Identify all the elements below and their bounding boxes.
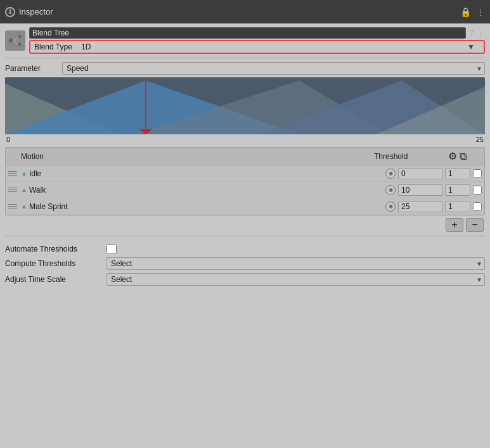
blend-type-value: 1D bbox=[81, 42, 467, 51]
scale-max: 25 bbox=[476, 136, 484, 143]
parameter-label: Parameter bbox=[5, 64, 62, 73]
adjust-time-scale-row: Adjust Time Scale Select Homogeneous Spe… bbox=[5, 273, 485, 286]
motion-picker-button[interactable]: ◉ bbox=[385, 185, 396, 195]
adjust-time-scale-select-wrapper: Select Homogeneous Speed ▼ bbox=[106, 273, 485, 286]
parameter-select[interactable]: Speed bbox=[62, 62, 485, 75]
compute-thresholds-select-wrapper: Select Average Velocity Root Transform S… bbox=[106, 257, 485, 270]
help-button[interactable]: ? bbox=[468, 29, 474, 37]
inspector-window: ℹ Inspector 🔒 ⋮ bbox=[0, 0, 490, 448]
motion-picker-button[interactable]: ◉ bbox=[385, 169, 396, 179]
table-row: ▲ Walk ◉ bbox=[6, 182, 484, 198]
motion-name-cell: ▲ Idle bbox=[21, 169, 385, 178]
drag-handle[interactable] bbox=[8, 204, 21, 208]
add-motion-button[interactable]: + bbox=[446, 218, 463, 232]
bottom-section: Automate Thresholds Compute Thresholds S… bbox=[5, 240, 485, 293]
col-motion-header: Motion bbox=[21, 152, 361, 161]
adjust-time-scale-select[interactable]: Select Homogeneous Speed bbox=[106, 273, 485, 286]
compute-thresholds-row: Compute Thresholds Select Average Veloci… bbox=[5, 257, 485, 270]
speed-input[interactable] bbox=[445, 168, 470, 179]
col-threshold-header: Threshold bbox=[371, 152, 429, 161]
blend-type-label: Blend Type bbox=[34, 42, 79, 51]
svg-line-3 bbox=[13, 37, 18, 41]
drag-line-3 bbox=[8, 175, 17, 176]
drag-line-1 bbox=[8, 204, 17, 205]
blend-tree-block: ? ⋮ Blend Type 1D ▼ bbox=[29, 27, 485, 54]
threshold-input[interactable] bbox=[398, 184, 442, 196]
compute-thresholds-select[interactable]: Select Average Velocity Root Transform S… bbox=[106, 257, 485, 270]
motion-name-cell: ▲ Walk bbox=[21, 186, 385, 195]
speed-input[interactable] bbox=[445, 184, 470, 196]
speed-input[interactable] bbox=[445, 201, 470, 212]
scale-min: 0 bbox=[6, 136, 10, 143]
blend-tree-section: ? ⋮ Blend Type 1D ▼ bbox=[5, 27, 485, 54]
drag-line-3 bbox=[8, 191, 17, 192]
threshold-input[interactable] bbox=[398, 201, 442, 212]
scale-row: 0 25 bbox=[5, 136, 485, 143]
parameter-row: Parameter Speed ▼ bbox=[5, 62, 485, 75]
blend-type-row: Blend Type 1D ▼ bbox=[29, 40, 485, 54]
speed-automate-icon[interactable]: ⚙ bbox=[448, 150, 457, 162]
automate-thresholds-row: Automate Thresholds bbox=[5, 244, 485, 254]
row-checkbox[interactable] bbox=[473, 169, 482, 178]
blend-graph[interactable] bbox=[5, 77, 485, 134]
motion-name: Idle bbox=[29, 169, 385, 178]
row-checkbox[interactable] bbox=[473, 202, 482, 211]
divider-2 bbox=[5, 236, 485, 236]
motion-table-header: Motion Threshold ⚙ ⧉ bbox=[6, 148, 484, 165]
drag-handle[interactable] bbox=[8, 171, 21, 176]
header-title: Inspector bbox=[19, 7, 456, 16]
table-row: ▲ Male Sprint ◉ bbox=[6, 198, 484, 215]
motion-name-cell: ▲ Male Sprint bbox=[21, 202, 385, 211]
drag-line-2 bbox=[8, 173, 17, 174]
drag-line-1 bbox=[8, 171, 17, 172]
drag-line-2 bbox=[8, 189, 17, 190]
animation-icon: ▲ bbox=[21, 186, 27, 193]
remove-motion-button[interactable]: − bbox=[466, 218, 484, 232]
drag-line-3 bbox=[8, 208, 17, 208]
divider-1 bbox=[5, 58, 485, 58]
add-remove-row: + − bbox=[5, 218, 485, 232]
automate-thresholds-checkbox[interactable] bbox=[106, 244, 117, 254]
table-row: ▲ Idle ◉ bbox=[6, 165, 484, 182]
animation-icon: ▲ bbox=[21, 203, 27, 210]
blend-type-dropdown-arrow[interactable]: ▼ bbox=[467, 42, 475, 51]
content-area: ? ⋮ Blend Type 1D ▼ Parameter Speed bbox=[0, 23, 490, 297]
info-icon: ℹ bbox=[5, 7, 15, 17]
col-actions-header: ⚙ ⧉ bbox=[429, 150, 467, 162]
parameter-select-wrapper: Speed ▼ bbox=[62, 62, 485, 75]
row-checkbox[interactable] bbox=[473, 186, 482, 195]
blend-tree-name-input[interactable] bbox=[29, 27, 466, 39]
mirror-icon[interactable]: ⧉ bbox=[460, 151, 467, 162]
svg-line-4 bbox=[13, 41, 18, 44]
motion-name: Walk bbox=[29, 186, 385, 195]
automate-thresholds-label: Automate Thresholds bbox=[5, 245, 106, 253]
lock-icon[interactable]: 🔒 bbox=[460, 7, 471, 17]
animation-icon: ▲ bbox=[21, 170, 27, 177]
threshold-input[interactable] bbox=[398, 168, 442, 179]
motion-picker-button[interactable]: ◉ bbox=[385, 202, 396, 212]
svg-point-2 bbox=[18, 42, 22, 46]
header-menu-icon[interactable]: ⋮ bbox=[476, 7, 485, 17]
drag-handle[interactable] bbox=[8, 188, 21, 192]
blend-tree-menu-button[interactable]: ⋮ bbox=[476, 29, 485, 37]
drag-line-2 bbox=[8, 206, 17, 207]
motion-table-container: Motion Threshold ⚙ ⧉ bbox=[5, 147, 485, 215]
compute-thresholds-label: Compute Thresholds bbox=[5, 259, 106, 268]
drag-line-1 bbox=[8, 188, 17, 188]
header-actions: 🔒 ⋮ bbox=[460, 7, 485, 17]
blend-icon bbox=[5, 30, 25, 51]
blend-tree-name-row: ? ⋮ bbox=[29, 27, 485, 39]
adjust-time-scale-label: Adjust Time Scale bbox=[5, 275, 106, 284]
motion-name: Male Sprint bbox=[29, 202, 385, 211]
svg-point-1 bbox=[18, 35, 22, 39]
svg-point-0 bbox=[8, 38, 13, 43]
header-bar: ℹ Inspector 🔒 ⋮ bbox=[0, 0, 490, 23]
